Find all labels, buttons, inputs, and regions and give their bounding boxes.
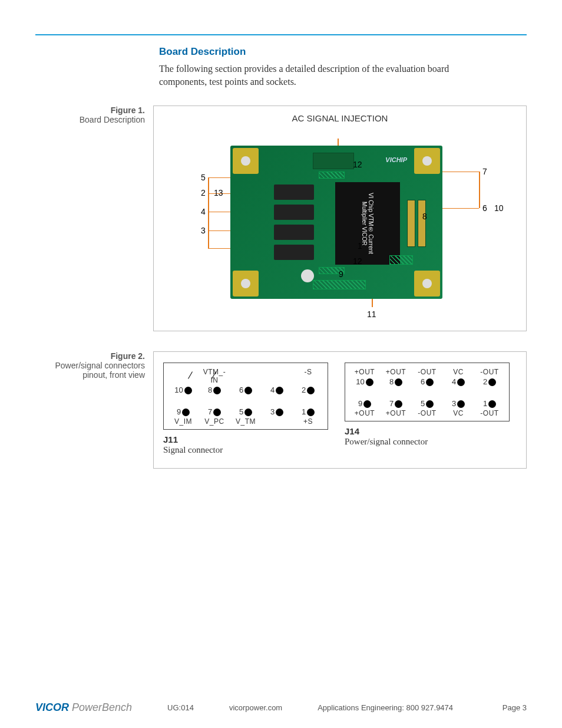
j14-pin-1: 1 [476,399,503,408]
header-top-icon [313,153,354,169]
callout-3: 3 [201,226,206,235]
vichip-brand: VICHIP [385,156,407,163]
j11-pin-3: 3 [263,407,290,416]
figure2-row: Figure 2. Power/signal connectors pinout… [35,351,527,469]
footer-site: vicorpower.com [229,703,282,712]
board-illustration: VI Chip VTM® Current Multiplier VICOR VI… [161,126,506,324]
connector-icon [274,245,314,260]
vtm-chip: VI Chip VTM® Current Multiplier VICOR [335,182,400,265]
callout-4: 4 [201,207,206,216]
j14-pin-4: 4 [445,377,472,386]
j14-pin-3: 3 [445,399,472,408]
j11-toplabel-0 [170,368,197,384]
callout-9: 9 [339,269,343,279]
j14-botlabel-4: -OUT [476,409,503,417]
j14-toplabel-4: -OUT [476,368,503,376]
j14-pin-5: 5 [414,399,441,408]
callout-12: 12 [353,160,362,169]
j11-toplabel-3 [263,368,290,384]
callout-8: 8 [422,212,427,221]
figure1-number: Figure 1. [35,106,145,115]
mounting-pad-icon [414,271,440,297]
callout-6: 6 [482,203,487,213]
j11-pinbox: VTM_-IN -S 10 8 6 4 2 [163,363,328,430]
capacitor-icon [301,269,314,282]
j14-pin-9: 9 [351,399,378,408]
figure2-desc: Power/signal connectors pinout, front vi… [35,361,145,380]
output-header-icon [418,200,426,247]
j11-botlabel-0: V_IM [170,417,197,426]
j11-pin-1: 1 [295,407,322,416]
j11-caption: J11 Signal connector [163,434,328,455]
footer-doc-id: UG:014 [167,703,194,712]
intro-paragraph: The following section provides a detaile… [159,62,489,89]
callout-5: 5 [201,173,206,182]
j14-group: +OUT +OUT -OUT VC -OUT 10 8 6 4 [345,363,510,455]
mounting-pad-icon [233,148,259,174]
j11-pin-5: 5 [232,407,259,416]
j11-botlabel-3 [263,417,290,426]
j14-toplabel-1: +OUT [382,368,409,376]
figure2-label: Figure 2. Power/signal connectors pinout… [35,351,153,380]
j11-toplabel-4: -S [295,368,322,384]
j11-pin-7: 7 [201,407,228,416]
callout-7: 7 [482,167,487,176]
j11-pin-4: 4 [263,386,290,394]
j14-name: J14 [345,426,359,436]
callout-13: 13 [214,188,223,197]
page-footer: VICOR PowerBench UG:014 vicorpower.com A… [0,701,562,714]
vicor-logo: VICOR PowerBench [35,701,132,714]
footer-page: Page 3 [503,703,527,712]
j14-pin-6: 6 [414,377,441,386]
j11-pin-9: 9 [170,407,197,416]
footer-contact: Applications Engineering: 800 927.9474 [318,703,453,712]
figure1-label: Figure 1. Board Description [35,106,153,124]
connector-icon [274,185,314,200]
j11-group: VTM_-IN -S 10 8 6 4 2 [163,363,328,455]
j14-botlabel-0: +OUT [351,409,378,417]
mounting-pad-icon [414,148,440,174]
header-rule [35,34,527,35]
figure1-box: AC SIGNAL INJECTION [153,106,527,331]
j11-toplabel-2 [232,368,259,384]
j11-desc: Signal connector [163,445,223,454]
ac-signal-injection-label: AC SIGNAL INJECTION [161,113,519,123]
j14-pin-8: 8 [382,377,409,386]
hatch-area-icon [313,280,366,289]
callout-1: 1 [358,241,362,251]
j14-botlabel-1: +OUT [382,409,409,417]
j11-pin-2: 2 [295,386,322,394]
j11-pin-10: 10 [170,386,197,394]
j14-toplabel-2: -OUT [414,368,441,376]
pcb-board: VI Chip VTM® Current Multiplier VICOR VI… [230,146,442,299]
logo-sub: PowerBench [69,701,132,713]
figure2-box: VTM_-IN -S 10 8 6 4 2 [153,351,527,469]
connector-icon [274,225,314,240]
j14-toplabel-3: VC [445,368,472,376]
j11-botlabel-4: +S [295,417,322,426]
j11-name: J11 [163,434,178,444]
j14-botlabel-3: VC [445,409,472,417]
j14-caption: J14 Power/signal connector [345,426,510,447]
j11-toplabel-1: VTM_-IN [201,368,228,384]
j11-botlabel-1: V_PC [201,417,228,426]
connector-icon [274,205,314,220]
hatch-area-icon [319,172,345,179]
j14-toplabel-0: +OUT [351,368,378,376]
j14-pin-10: 10 [351,377,378,386]
callout-10: 10 [494,203,504,213]
j14-desc: Power/signal connector [345,437,428,446]
j14-pin-7: 7 [382,399,409,408]
mounting-pad-icon [233,271,259,297]
callout-11: 11 [367,309,376,319]
callout-12b: 12 [353,256,362,266]
figure2-number: Figure 2. [35,351,145,361]
hatch-area-icon [389,255,413,265]
figure1-desc: Board Description [35,115,145,124]
section-title: Board Description [159,46,527,58]
j14-pinbox: +OUT +OUT -OUT VC -OUT 10 8 6 4 [345,363,510,421]
figure1-row: Figure 1. Board Description AC SIGNAL IN… [35,106,527,331]
j11-botlabel-2: V_TM [232,417,259,426]
j11-pin-8: 8 [201,386,228,394]
j14-pin-2: 2 [476,377,503,386]
